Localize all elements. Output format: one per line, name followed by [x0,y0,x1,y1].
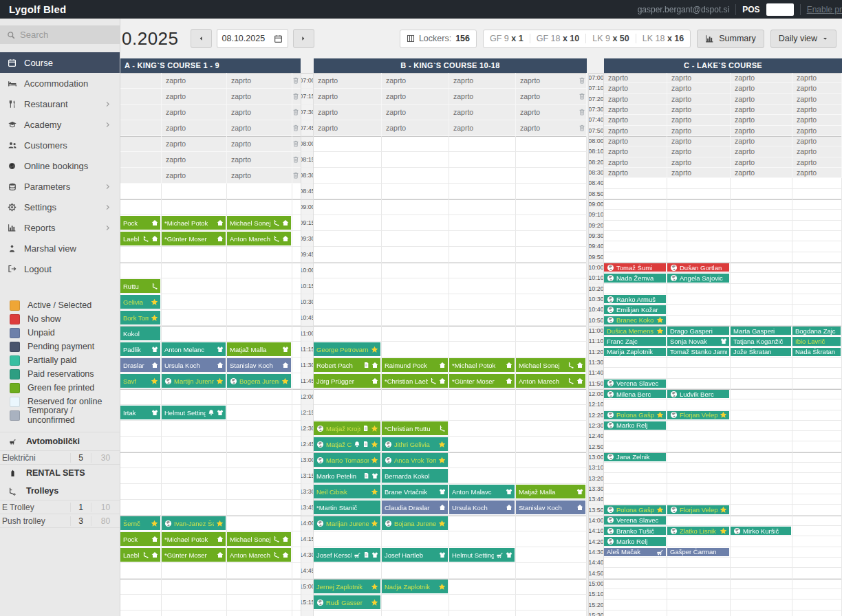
empty-slot[interactable] [120,263,162,278]
empty-slot[interactable] [516,215,587,230]
empty-slot[interactable] [227,610,292,616]
booking-cell[interactable]: Michael Sonej [227,215,292,230]
empty-slot[interactable] [162,437,227,452]
booking-cell[interactable]: *Martin Stanič [314,500,382,515]
booking-cell[interactable]: Branec Kokošinek [604,316,667,325]
empty-slot[interactable] [792,368,842,377]
booking-anton-marech[interactable]: Anton Marech [227,548,291,562]
empty-slot[interactable] [604,284,667,294]
closed-slot[interactable] [120,168,162,183]
empty-slot[interactable] [731,558,792,567]
booking-marko-relj[interactable]: Marko Relj [604,421,666,430]
booking-cell[interactable]: Marko Relj [604,536,667,546]
empty-slot[interactable] [314,199,382,214]
closed-slot[interactable]: zaprto [731,104,792,114]
sidebar-item-academy[interactable]: Academy [0,114,120,135]
empty-slot[interactable] [516,389,587,404]
empty-slot[interactable] [667,316,731,325]
booking-irtak[interactable]: Irtak [120,406,160,419]
closed-slot[interactable] [120,104,162,120]
booking-branec-koko-inek[interactable]: Branec Kokošinek [604,316,666,324]
sidebar-item-settings[interactable]: Settings [0,197,120,217]
trash-icon[interactable] [292,140,299,148]
empty-slot[interactable] [731,589,792,599]
booking-cell[interactable]: Zlatko Lisnik [667,526,731,536]
empty-slot[interactable] [227,421,292,436]
booking-cell[interactable]: Nada Škratan [792,347,842,357]
booking-zlatko-lisnik[interactable]: Zlatko Lisnik [667,527,729,535]
empty-slot[interactable] [227,579,292,594]
booking-cell[interactable]: Marija Zaplotnik [604,347,667,357]
empty-slot[interactable] [731,547,792,557]
empty-slot[interactable] [449,247,516,262]
booking-matja-cimij[interactable]: Matjaž Cimij [314,437,380,451]
empty-slot[interactable] [449,326,516,341]
empty-slot[interactable] [162,389,227,404]
empty-slot[interactable] [667,441,731,451]
closed-slot[interactable]: zaprto [516,73,587,88]
booking-ursula-koch[interactable]: Ursula Koch [449,500,515,514]
booking-marko-relj[interactable]: Marko Relj [604,537,666,545]
empty-slot[interactable] [449,389,516,404]
empty-slot[interactable] [792,579,842,588]
empty-slot[interactable] [162,294,227,309]
booking-cell[interactable]: Verena Slavec [604,379,667,388]
empty-slot[interactable] [792,600,842,609]
booking-milena-berc[interactable]: Milena Berc [604,390,666,398]
empty-slot[interactable] [731,516,792,525]
empty-slot[interactable] [792,473,842,483]
booking-cell[interactable]: Florjan Velepec [667,410,731,420]
empty-slot[interactable] [314,405,382,420]
empty-slot[interactable] [227,452,292,468]
closed-slot[interactable]: zaprto [667,146,731,156]
empty-slot[interactable] [449,168,516,183]
booking-ivan-janez-ern[interactable]: Ivan-Janez Šernč [162,516,226,530]
empty-slot[interactable] [731,389,792,399]
closed-slot[interactable]: zaprto [667,126,731,135]
closed-slot[interactable]: zaprto [227,89,292,104]
empty-slot[interactable] [516,294,587,309]
empty-slot[interactable] [667,600,731,609]
booking-bernarda-kokol[interactable]: Bernarda Kokol [382,469,448,483]
empty-slot[interactable] [120,389,162,404]
trash-icon[interactable] [292,156,299,164]
booking-george-petrovarner[interactable]: George Petrovarner [314,342,380,356]
closed-slot[interactable]: zaprto [227,152,292,167]
empty-slot[interactable] [314,136,382,151]
empty-slot[interactable] [731,221,792,230]
empty-slot[interactable] [731,410,792,420]
booking-laebl[interactable]: Laebl [120,548,160,562]
empty-slot[interactable] [162,484,227,499]
empty-slot[interactable] [314,215,382,230]
empty-slot[interactable] [227,199,292,214]
closed-slot[interactable]: zaprto [449,73,516,88]
empty-slot[interactable] [731,505,792,514]
empty-slot[interactable] [604,189,667,199]
trash-icon[interactable] [579,77,585,85]
empty-slot[interactable] [667,421,731,430]
empty-slot[interactable] [382,278,449,294]
booking-cell[interactable]: Polona Gašperšič [604,410,667,420]
empty-slot[interactable] [314,263,382,278]
booking-cell[interactable]: Anton Marech [227,547,292,562]
booking-cell[interactable]: Milena Berc [604,389,667,399]
booking-cell[interactable]: Robert Pach [314,358,382,373]
trash-icon[interactable] [292,124,299,132]
booking-padlik[interactable]: Padlik [120,342,160,356]
empty-slot[interactable] [449,516,516,531]
empty-slot[interactable] [162,199,227,214]
enable-pos-link[interactable]: Enable pr [807,5,842,14]
booking-cell[interactable]: Irtak [120,405,162,420]
trash-icon[interactable] [292,172,299,179]
empty-slot[interactable] [382,294,449,309]
empty-slot[interactable] [314,247,382,262]
booking-cell[interactable]: Pock [120,531,162,547]
booking-cell[interactable]: Rudi Gasser [314,595,382,610]
empty-slot[interactable] [667,368,731,377]
empty-slot[interactable] [792,421,842,430]
calendar-icon[interactable] [274,34,283,43]
booking-cell[interactable]: Neil Cibisk [314,484,382,499]
empty-slot[interactable] [731,189,792,199]
booking-marijan-jurenec[interactable]: Marijan Jurenec [314,516,380,530]
empty-slot[interactable] [667,305,731,314]
